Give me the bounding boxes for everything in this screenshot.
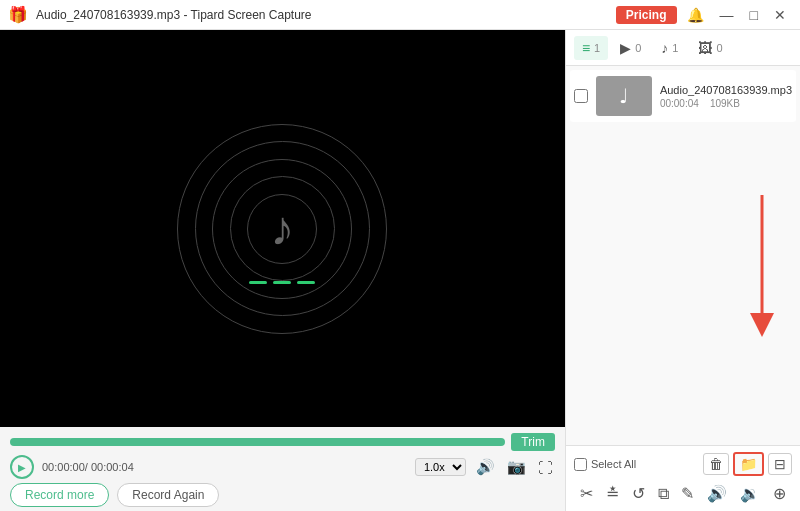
tab-bar: ≡ 1 ▶ 0 ♪ 1 🖼 0 <box>566 30 800 66</box>
music-thumb-icon: ♩ <box>619 84 628 108</box>
right-panel: ≡ 1 ▶ 0 ♪ 1 🖼 0 <box>565 30 800 511</box>
player-panel: ♪ Trim ▶ 00:00:00/ 00:00:04 1.0x <box>0 30 565 511</box>
time-display: 00:00:00/ 00:00:04 <box>42 461 134 473</box>
delete-button[interactable]: 🗑 <box>703 453 729 475</box>
video-tab-count: 0 <box>635 42 641 54</box>
pricing-button[interactable]: Pricing <box>616 6 677 24</box>
video-tab-icon: ▶ <box>620 40 631 56</box>
camera-icon[interactable]: 📷 <box>505 456 528 478</box>
right-bottom-top: Select All 🗑 📁 ⊟ <box>574 452 792 476</box>
scissors-icon-btn[interactable]: ✂ <box>576 482 597 505</box>
image-tab-icon: 🖼 <box>698 40 712 56</box>
music-visual: ♪ <box>172 119 392 339</box>
adjust-icon-btn[interactable]: ≛ <box>602 482 623 505</box>
volume-icon[interactable]: 🔊 <box>474 456 497 478</box>
playback-controls: ▶ 00:00:00/ 00:00:04 1.0x 0.5x 1.5x 2.0x… <box>10 455 555 479</box>
audio-icon-btn[interactable]: 🔊 <box>703 482 731 505</box>
speed-select[interactable]: 1.0x 0.5x 1.5x 2.0x <box>415 458 466 476</box>
select-all-label[interactable]: Select All <box>574 458 636 471</box>
audio-tab-count: 1 <box>672 42 678 54</box>
audio-tab-icon: ♪ <box>661 40 668 56</box>
media-list: ♩ Audio_240708163939.mp3 00:00:04 109KB <box>566 66 800 260</box>
right-bottom-bar: Select All 🗑 📁 ⊟ ✂ ≛ ↺ ⧉ ✎ 🔊 🔉 <box>566 445 800 511</box>
tab-video[interactable]: ▶ 0 <box>612 36 649 60</box>
music-note-icon: ♪ <box>270 201 294 256</box>
record-again-button[interactable]: Record Again <box>117 483 219 507</box>
gift-icon: 🎁 <box>8 5 28 24</box>
tab-audio[interactable]: ♪ 1 <box>653 36 686 60</box>
media-info: Audio_240708163939.mp3 00:00:04 109KB <box>660 84 792 109</box>
title-bar-controls: Pricing 🔔 — □ ✕ <box>616 6 792 24</box>
list-tab-icon: ≡ <box>582 40 590 56</box>
minimize-button[interactable]: — <box>714 6 740 24</box>
video-area: ♪ <box>0 30 565 427</box>
title-bar: 🎁 Audio_240708163939.mp3 - Tipard Screen… <box>0 0 800 30</box>
progress-bar-container: Trim <box>10 433 555 451</box>
copy-icon-btn[interactable]: ⧉ <box>654 483 673 505</box>
window-title: Audio_240708163939.mp3 - Tipard Screen C… <box>36 8 312 22</box>
more-action-button[interactable]: ⊟ <box>768 453 792 475</box>
close-button[interactable]: ✕ <box>768 6 792 24</box>
maximize-button[interactable]: □ <box>744 6 764 24</box>
media-name: Audio_240708163939.mp3 <box>660 84 792 96</box>
media-meta: 00:00:04 109KB <box>660 98 792 109</box>
right-bottom-icons: ✂ ≛ ↺ ⧉ ✎ 🔊 🔉 ⊕ <box>574 482 792 505</box>
progress-track[interactable] <box>10 438 505 446</box>
play-button[interactable]: ▶ <box>10 455 34 479</box>
media-duration: 00:00:04 <box>660 98 699 109</box>
right-panel-wrapper: ≡ 1 ▶ 0 ♪ 1 🖼 0 <box>565 30 800 511</box>
action-buttons: 🗑 📁 ⊟ <box>703 452 792 476</box>
tab-list[interactable]: ≡ 1 <box>574 36 608 60</box>
media-size: 109KB <box>710 98 740 109</box>
title-bar-left: 🎁 Audio_240708163939.mp3 - Tipard Screen… <box>8 5 312 24</box>
trim-button[interactable]: Trim <box>511 433 555 451</box>
export-button[interactable]: 📁 <box>733 452 764 476</box>
more-options-btn[interactable]: ⊕ <box>769 482 790 505</box>
media-checkbox[interactable] <box>574 89 588 103</box>
controls-area: Trim ▶ 00:00:00/ 00:00:04 1.0x 0.5x 1.5x… <box>0 427 565 511</box>
volume-down-icon-btn[interactable]: 🔉 <box>736 482 764 505</box>
rotate-icon-btn[interactable]: ↺ <box>628 482 649 505</box>
select-all-text: Select All <box>591 458 636 470</box>
edit-icon-btn[interactable]: ✎ <box>677 482 698 505</box>
media-thumbnail: ♩ <box>596 76 652 116</box>
tab-image[interactable]: 🖼 0 <box>690 36 730 60</box>
main-container: ♪ Trim ▶ 00:00:00/ 00:00:04 1.0x <box>0 30 800 511</box>
list-tab-count: 1 <box>594 42 600 54</box>
select-all-checkbox[interactable] <box>574 458 587 471</box>
record-more-button[interactable]: Record more <box>10 483 109 507</box>
fullscreen-icon[interactable]: ⛶ <box>536 457 555 478</box>
media-item: ♩ Audio_240708163939.mp3 00:00:04 109KB <box>570 70 796 122</box>
image-tab-count: 0 <box>716 42 722 54</box>
bottom-buttons: Record more Record Again <box>10 483 555 507</box>
audio-dashes <box>249 281 315 284</box>
bell-button[interactable]: 🔔 <box>681 6 710 24</box>
